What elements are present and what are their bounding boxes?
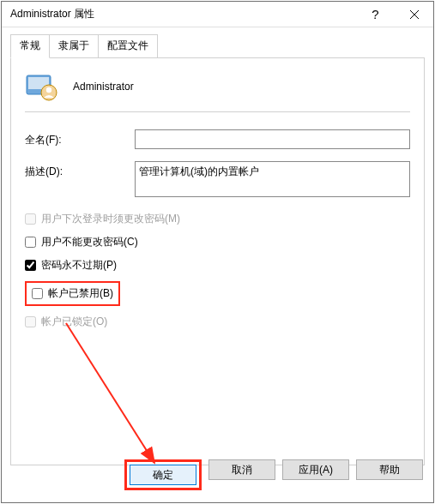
separator bbox=[25, 111, 410, 112]
description-label: 描述(D): bbox=[25, 161, 135, 179]
help-icon[interactable]: ? bbox=[356, 2, 395, 27]
tab-memberof[interactable]: 隶属于 bbox=[49, 34, 99, 58]
checkbox-must-change-label: 用户下次登录时须更改密码(M) bbox=[41, 212, 180, 226]
checkbox-cannot-change[interactable]: 用户不能更改密码(C) bbox=[25, 235, 410, 249]
checkbox-group: 用户下次登录时须更改密码(M) 用户不能更改密码(C) 密码永不过期(P) 帐户… bbox=[25, 212, 410, 329]
highlight-ok-button: 确定 bbox=[124, 459, 202, 490]
tab-panel-general: Administrator 全名(F): 描述(D): 管理计算机(域)的内置帐… bbox=[10, 57, 425, 465]
properties-dialog: Administrator 属性 ? 常规 隶属于 配置文件 Admini bbox=[1, 1, 434, 503]
description-row: 描述(D): 管理计算机(域)的内置帐户 bbox=[25, 161, 410, 200]
dialog-button-row: 确定 取消 应用(A) 帮助 bbox=[124, 459, 423, 490]
tab-strip: 常规 隶属于 配置文件 bbox=[10, 34, 433, 58]
description-input[interactable]: 管理计算机(域)的内置帐户 bbox=[135, 161, 410, 197]
checkbox-never-expires-label: 密码永不过期(P) bbox=[41, 258, 117, 273]
checkbox-never-expires-input[interactable] bbox=[25, 260, 36, 271]
checkbox-cannot-change-label: 用户不能更改密码(C) bbox=[41, 235, 138, 249]
close-icon[interactable] bbox=[395, 2, 433, 27]
window-title: Administrator 属性 bbox=[10, 7, 356, 21]
highlight-account-disabled: 帐户已禁用(B) bbox=[25, 281, 120, 306]
checkbox-cannot-change-input[interactable] bbox=[25, 237, 36, 248]
help-button[interactable]: 帮助 bbox=[356, 459, 423, 480]
checkbox-account-disabled-input[interactable] bbox=[32, 288, 43, 299]
tab-profile[interactable]: 配置文件 bbox=[98, 34, 158, 58]
user-account-icon bbox=[25, 70, 57, 103]
checkbox-locked-input bbox=[25, 316, 36, 327]
fullname-row: 全名(F): bbox=[25, 129, 410, 149]
apply-button[interactable]: 应用(A) bbox=[282, 459, 349, 480]
fullname-label: 全名(F): bbox=[25, 129, 135, 147]
titlebar-buttons: ? bbox=[356, 2, 433, 27]
checkbox-never-expires[interactable]: 密码永不过期(P) bbox=[25, 258, 410, 273]
checkbox-locked-label: 帐户已锁定(O) bbox=[41, 315, 107, 329]
checkbox-must-change: 用户下次登录时须更改密码(M) bbox=[25, 212, 410, 226]
checkbox-account-disabled-label: 帐户已禁用(B) bbox=[48, 286, 113, 301]
titlebar: Administrator 属性 ? bbox=[2, 2, 433, 27]
cancel-button[interactable]: 取消 bbox=[208, 459, 275, 480]
fullname-input[interactable] bbox=[135, 129, 410, 149]
svg-point-5 bbox=[46, 87, 51, 93]
checkbox-must-change-input bbox=[25, 213, 36, 225]
checkbox-locked: 帐户已锁定(O) bbox=[25, 315, 410, 329]
ok-button[interactable]: 确定 bbox=[130, 465, 196, 485]
tab-general[interactable]: 常规 bbox=[10, 34, 50, 58]
username-label: Administrator bbox=[73, 81, 134, 93]
